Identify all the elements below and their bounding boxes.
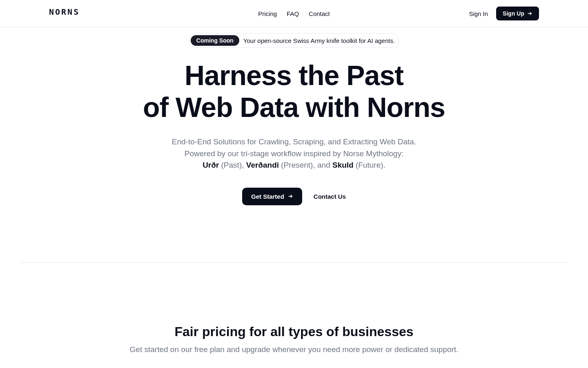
mythology-skuld-desc: (Future).: [354, 161, 385, 169]
arrow-right-icon: [287, 193, 293, 199]
hero-title: Harness the Past of Web Data with Norns: [0, 59, 588, 123]
announcement-text: Your open-source Swiss Army knife toolki…: [243, 37, 395, 44]
cta-row: Get Started Contact Us: [0, 188, 588, 205]
sign-in-link[interactable]: Sign In: [469, 10, 488, 17]
mythology-skuld: Skuld: [332, 161, 354, 169]
get-started-label: Get Started: [251, 193, 284, 200]
sign-up-button[interactable]: Sign Up: [496, 7, 539, 20]
nav-pricing[interactable]: Pricing: [258, 10, 277, 17]
header: NORNS Pricing FAQ Contact Sign In Sign U…: [0, 0, 588, 27]
hero-subtitle: End-to-End Solutions for Crawling, Scrap…: [0, 136, 588, 171]
svg-text:NORNS: NORNS: [49, 8, 80, 16]
mythology-verdandi: Verðandi: [246, 161, 279, 169]
contact-us-link[interactable]: Contact Us: [314, 193, 346, 200]
hero-title-line2: of Web Data with Norns: [143, 92, 445, 123]
hero-section: Coming Soon Your open-source Swiss Army …: [0, 27, 588, 205]
nav-faq[interactable]: FAQ: [287, 10, 299, 17]
hero-title-line1: Harness the Past: [185, 60, 403, 91]
logo[interactable]: NORNS: [49, 8, 88, 19]
nav-contact[interactable]: Contact: [309, 10, 330, 17]
nav-center: Pricing FAQ Contact: [258, 10, 330, 17]
mythology-verdandi-desc: (Present), and: [279, 161, 332, 169]
announcement-banner[interactable]: Coming Soon Your open-source Swiss Army …: [189, 33, 399, 48]
arrow-right-icon: [527, 11, 532, 16]
pricing-title: Fair pricing for all types of businesses: [0, 324, 588, 339]
mythology-urdr: Urðr: [203, 161, 219, 169]
sign-up-label: Sign Up: [503, 10, 524, 17]
logo-icon: NORNS: [49, 8, 88, 16]
pricing-section: Fair pricing for all types of businesses…: [0, 263, 588, 354]
pricing-subtitle: Get started on our free plan and upgrade…: [0, 345, 588, 354]
subtitle-line2: Powered by our tri-stage workflow inspir…: [185, 149, 403, 158]
coming-soon-badge: Coming Soon: [191, 35, 239, 46]
nav-right: Sign In Sign Up: [469, 7, 539, 20]
get-started-button[interactable]: Get Started: [242, 188, 302, 205]
subtitle-line1: End-to-End Solutions for Crawling, Scrap…: [172, 137, 416, 146]
mythology-urdr-desc: (Past),: [219, 161, 246, 169]
